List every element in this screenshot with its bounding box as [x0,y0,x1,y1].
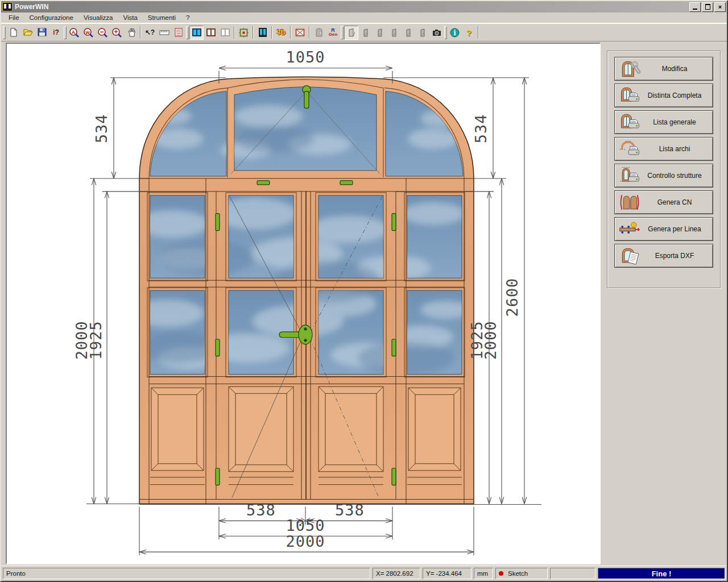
zoom-window-button[interactable]: W [81,26,96,40]
section-view-button[interactable] [255,26,270,40]
snapshot-button[interactable] [429,26,444,40]
door-hinge [216,339,220,356]
menu-strumenti[interactable]: Strumenti [143,13,181,22]
menu-vista[interactable]: Vista [118,13,142,22]
door-hinge [392,214,396,231]
zoom-in-button[interactable]: + [110,26,124,40]
menu-visualizza[interactable]: Visualizza [78,13,118,22]
genera-per-linea-button[interactable]: Genera per Linea [614,217,713,241]
drawing-canvas[interactable]: 1050 534 534 2000 1925 1925 [6,43,601,564]
help-button[interactable]: ? [462,26,476,40]
transom-hinge [257,181,270,185]
dim-top-width: 1050 [286,48,325,66]
context-help-button[interactable]: ↖? [143,26,157,40]
esporta-dxf-label: Esporta DXF [642,252,710,260]
arch-printer-icon [617,139,642,159]
door-view-4-button[interactable] [387,26,401,40]
view-gray-button[interactable] [218,26,232,40]
toolbar: i? A W − + ↖? 3D RGen i ? [1,23,727,41]
door-view-icon [375,27,385,38]
measure-button[interactable] [157,26,171,40]
lista-generale-button[interactable]: Lista generale [614,110,713,134]
toolbar-separator [253,26,254,39]
distinta-completa-button[interactable]: Distinta Completa [614,84,713,107]
door-view-2-button[interactable] [358,26,373,40]
view-frame-button[interactable] [189,26,204,40]
menu-configurazione[interactable]: Configurazione [24,13,78,22]
zoom-all-button[interactable]: A [67,26,81,40]
controllo-strutture-label: Controllo strutture [642,172,710,180]
toolbar-grip[interactable] [444,26,447,39]
mode-indicator: Sketch [495,568,548,579]
info-button[interactable]: i [448,26,462,40]
action-group-box: Modifica Distinta Completa Lista general… [607,51,721,288]
lista-generale-label: Lista generale [642,118,710,126]
door-view-icon [389,27,399,38]
dim-arch-left: 534 [93,114,110,144]
action-panel: Modifica Distinta Completa Lista general… [601,43,727,564]
toolbar-separator [140,26,141,39]
dim-leaf-left: 538 [246,501,276,519]
window-gray-icon [220,27,230,38]
ruler-icon [159,27,169,38]
lista-archi-button[interactable]: Lista archi [614,137,713,161]
door-view-6-button[interactable] [415,26,429,40]
status-bar: Pronto X= 2802.692 Y= -234.464 mm Sketch… [1,566,727,581]
door-view-1-button[interactable] [344,26,358,40]
toolbar-grip[interactable] [186,26,189,39]
distinta-completa-label: Distinta Completa [642,92,710,99]
unit-indicator: mm [474,568,493,579]
close-button[interactable]: × [714,2,726,12]
about-icon: i? [53,28,59,36]
frame-target-button[interactable] [237,26,251,40]
finish-banner[interactable]: Fine ! [598,568,725,579]
window-document-icon [617,246,642,266]
door-view-3-button[interactable] [373,26,387,40]
dim-right-outer: 2000 [482,321,499,360]
zoom-out-icon: − [97,27,108,38]
door-tool-button[interactable] [312,26,326,40]
context-help-icon: ↖? [145,28,155,36]
window-printer-icon [617,85,642,106]
new-document-icon [9,27,19,38]
report-list-icon [173,27,184,38]
door-view-5-button[interactable] [401,26,415,40]
double-door-cn-icon [617,192,642,213]
toolbar-grip[interactable] [3,26,6,39]
svg-text:−: − [100,28,104,36]
door-view-icon [346,27,357,38]
svg-text:+: + [114,28,118,36]
pan-button[interactable] [124,26,138,40]
report-button[interactable] [171,26,185,40]
controllo-strutture-button[interactable]: Controllo strutture [614,164,713,188]
toolbar-grip[interactable] [64,26,67,39]
new-document-button[interactable] [6,26,20,40]
genera-cn-button[interactable]: Genera CN [614,190,713,214]
dim-bottom-mid: 1050 [286,517,325,534]
zoom-out-button[interactable]: − [96,26,110,40]
esporta-dxf-button[interactable]: Esporta DXF [614,244,713,268]
coordinate-y: Y= -234.464 [423,568,471,579]
door-drawing: 1050 534 534 2000 1925 1925 [7,44,597,564]
dim-total-height: 2600 [503,278,521,317]
r-gen-button[interactable]: RGen [326,26,340,40]
view-outline-button[interactable] [204,26,218,40]
menu-help[interactable]: ? [181,13,195,22]
genera-per-linea-label: Genera per Linea [642,225,710,233]
structure-printer-icon [617,165,642,186]
open-button[interactable] [20,26,35,40]
minimize-button[interactable] [689,2,701,12]
toolbar-grip[interactable] [341,26,344,39]
restore-button[interactable] [702,2,713,12]
save-button[interactable] [35,26,49,40]
door-hinge [216,468,220,485]
delete-frame-button[interactable] [293,26,307,40]
menu-file[interactable]: File [3,13,24,22]
modifica-button[interactable]: Modifica [614,57,713,81]
powerwin-window: PowerWIN × File Configurazione Visualizz… [0,0,728,582]
door-gray-icon [314,27,324,38]
open-folder-icon [23,27,33,38]
about-button[interactable]: i? [49,26,63,40]
view-3d-button[interactable]: 3D [274,26,288,40]
production-line-icon [617,219,642,239]
